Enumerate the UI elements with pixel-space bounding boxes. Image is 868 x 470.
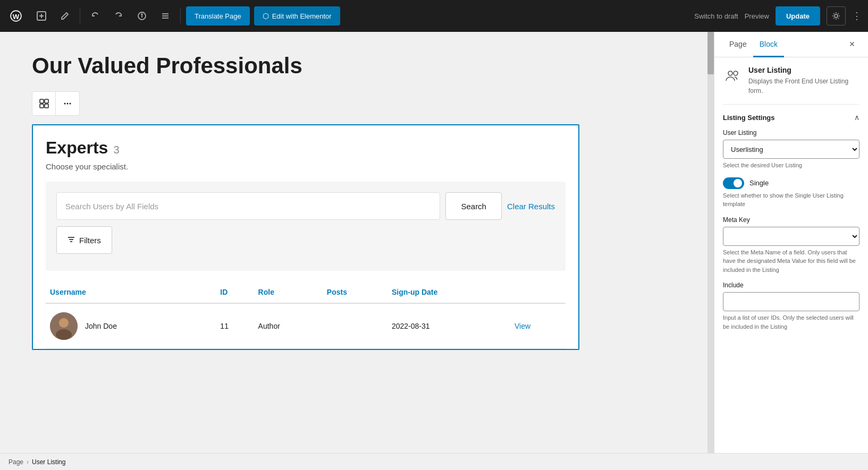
edit-mode-button[interactable] — [55, 6, 74, 25]
meta-key-desc: Select the Meta Name of a field. Only us… — [723, 248, 859, 275]
block-more-options[interactable] — [56, 92, 79, 115]
table-cell-signup-date: 2022-08-31 — [387, 303, 510, 349]
section-title: Listing Settings — [723, 114, 775, 122]
tab-page[interactable]: Page — [723, 32, 753, 57]
scroll-thumb[interactable] — [707, 32, 714, 74]
table-cell-user: John Doe — [46, 303, 216, 349]
view-profile-link[interactable]: View — [515, 322, 530, 330]
toolbar: W — [0, 0, 868, 32]
meta-key-select[interactable] — [723, 227, 859, 246]
toolbar-right-actions: Switch to draft Preview Update ⋮ — [694, 6, 862, 25]
search-input[interactable] — [56, 192, 440, 220]
update-button[interactable]: Update — [776, 6, 820, 25]
svg-rect-15 — [45, 104, 48, 108]
redo-button[interactable] — [109, 6, 128, 25]
page-heading: Our Valued Professionals — [32, 53, 579, 79]
main-area: Our Valued Professionals — [0, 32, 868, 453]
col-role: Role — [254, 281, 323, 303]
block-info-text: User Listing Displays the Front End User… — [748, 66, 859, 96]
toolbar-separator-2 — [180, 8, 181, 23]
panel-tabs: Page Block × — [714, 32, 868, 57]
switch-to-draft-link[interactable]: Switch to draft — [694, 12, 738, 20]
include-desc: Input a list of user IDs. Only the selec… — [723, 313, 859, 331]
close-panel-button[interactable]: × — [845, 37, 859, 52]
user-table: Username ID Role Posts Sign-up Date — [46, 281, 566, 349]
single-toggle-row: Single — [723, 177, 859, 189]
experts-subtitle: Choose your specialist. — [46, 162, 566, 171]
panel-content: User Listing Displays the Front End User… — [714, 57, 868, 347]
wp-logo[interactable]: W — [6, 6, 26, 25]
experts-header: Experts 3 — [46, 138, 566, 158]
elementor-icon: ⬡ — [263, 12, 269, 20]
svg-point-26 — [734, 71, 738, 75]
breadcrumb-page-link[interactable]: Page — [9, 458, 23, 466]
breadcrumb-current: User Listing — [32, 458, 65, 466]
block-info-section: User Listing Displays the Front End User… — [723, 66, 859, 105]
svg-point-24 — [56, 329, 72, 340]
svg-point-23 — [59, 318, 69, 328]
single-toggle[interactable] — [723, 177, 744, 189]
editor-area: Our Valued Professionals — [0, 32, 714, 453]
experts-title: Experts — [46, 138, 108, 158]
svg-rect-13 — [45, 99, 48, 103]
col-signup-date: Sign-up Date — [387, 281, 510, 303]
section-header: Listing Settings ∧ — [723, 113, 859, 122]
search-row: Search Clear Results — [56, 192, 555, 220]
table-body: John Doe 11Author2022-08-31View — [46, 303, 566, 349]
toggle-knob — [734, 179, 742, 187]
preview-link[interactable]: Preview — [745, 12, 769, 20]
user-listing-block: Experts 3 Choose your specialist. Search… — [32, 124, 579, 350]
editor-content: Our Valued Professionals — [0, 32, 611, 371]
tab-block[interactable]: Block — [753, 32, 784, 57]
filters-button[interactable]: Filters — [56, 226, 112, 254]
col-posts: Posts — [323, 281, 387, 303]
svg-point-11 — [835, 14, 838, 18]
col-id: ID — [216, 281, 254, 303]
translate-page-button[interactable]: Translate Page — [186, 6, 250, 25]
user-avatar — [50, 312, 78, 340]
svg-point-18 — [70, 103, 71, 105]
include-label: Include — [723, 281, 859, 289]
settings-gear-button[interactable] — [827, 6, 846, 25]
info-button[interactable] — [132, 6, 151, 25]
svg-point-7 — [141, 14, 142, 15]
svg-text:W: W — [13, 13, 20, 21]
user-listing-select[interactable]: Userlisting — [723, 140, 859, 159]
toolbar-separator — [80, 8, 80, 23]
block-info-description: Displays the Front End User Listing form… — [748, 76, 859, 96]
table-header-row: Username ID Role Posts Sign-up Date — [46, 281, 566, 303]
section-chevron[interactable]: ∧ — [854, 113, 859, 122]
breadcrumb-separator: › — [27, 458, 29, 466]
include-input[interactable] — [723, 292, 859, 311]
single-toggle-label: Single — [749, 179, 769, 187]
listing-settings-section: Listing Settings ∧ User Listing Userlist… — [723, 113, 859, 331]
experts-count: 3 — [113, 144, 119, 156]
block-info-title: User Listing — [748, 66, 859, 74]
undo-button[interactable] — [86, 6, 105, 25]
clear-results-button[interactable]: Clear Results — [507, 192, 555, 220]
search-area: Search Clear Results — [46, 182, 566, 271]
user-listing-desc: Select the desired User Listing — [723, 161, 859, 170]
single-desc: Select whether to show the Single User L… — [723, 191, 859, 209]
table-header: Username ID Role Posts Sign-up Date — [46, 281, 566, 303]
col-username: Username — [46, 281, 216, 303]
scroll-track[interactable] — [707, 32, 714, 453]
block-toolbar — [32, 91, 80, 116]
svg-point-16 — [64, 103, 66, 105]
block-type-button[interactable] — [32, 92, 56, 115]
filters-row: Filters — [56, 226, 555, 254]
meta-key-label: Meta Key — [723, 216, 859, 224]
list-view-button[interactable] — [156, 6, 175, 25]
svg-point-25 — [728, 71, 732, 75]
search-button[interactable]: Search — [445, 192, 502, 220]
edit-with-elementor-button[interactable]: ⬡ Edit with Elementor — [254, 6, 340, 25]
table-cell-id: 11 — [216, 303, 254, 349]
more-options-button[interactable]: ⋮ — [852, 10, 862, 22]
block-type-icon — [723, 66, 742, 85]
breadcrumb: Page › User Listing — [0, 453, 868, 470]
svg-rect-12 — [40, 99, 44, 103]
table-cell-view: View — [510, 303, 566, 349]
table-cell-role: Author — [254, 303, 323, 349]
add-block-button[interactable] — [32, 6, 51, 25]
svg-rect-14 — [40, 104, 44, 108]
